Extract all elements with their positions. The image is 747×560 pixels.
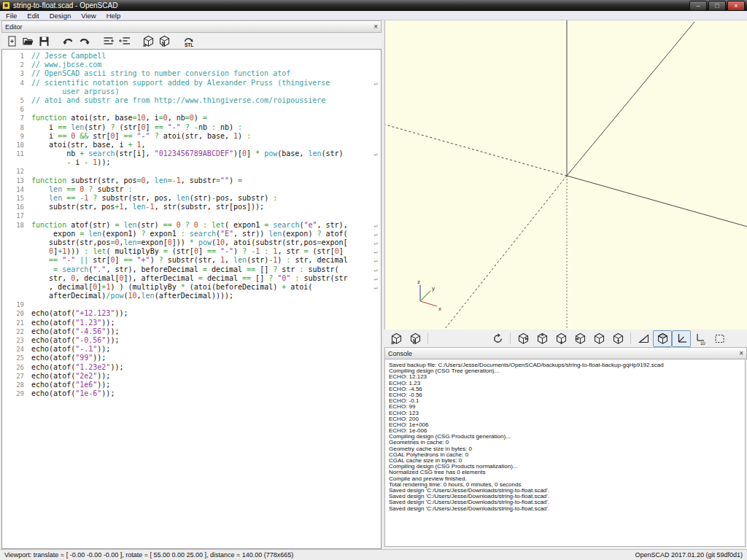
undo-button[interactable] [60, 34, 76, 48]
close-button[interactable]: × [727, 1, 745, 11]
view-center-button[interactable] [653, 330, 672, 347]
3d-viewport[interactable]: z y x [384, 20, 747, 330]
render-button[interactable] [156, 34, 172, 48]
toolbar-separator [510, 332, 511, 344]
view-right-button[interactable] [514, 330, 533, 347]
wrap-marker-icon: ↵ [374, 79, 378, 88]
menu-help[interactable]: Help [101, 12, 126, 20]
menu-file[interactable]: File [0, 12, 22, 20]
menu-design[interactable]: Design [44, 12, 77, 20]
indent-icon [102, 35, 115, 47]
console-close-icon[interactable]: × [739, 350, 743, 357]
axis-label-z: z [417, 279, 420, 285]
code-line-10: 10 atoi(str, base, i + 1, [2, 141, 381, 149]
editor-dock-titlebar[interactable]: Editor × [1, 20, 382, 33]
undo-icon [62, 35, 74, 47]
line-number: 26 [2, 363, 24, 372]
open-button[interactable] [20, 34, 36, 48]
code-line-25: 25echo(atof("99")); [2, 354, 381, 362]
line-number: 9 [2, 132, 24, 141]
redo-button[interactable] [76, 34, 92, 48]
line-number: 27 [2, 372, 24, 381]
minimize-button[interactable]: – [689, 1, 707, 11]
svg-text:»: » [142, 41, 147, 47]
unindent-button[interactable] [116, 34, 132, 48]
code-line-2: 2// www.jbcse.com [2, 61, 381, 69]
title-bar[interactable]: string-to-float.scad - OpenSCAD – □ × [0, 0, 747, 11]
code-line-6: 6 [2, 105, 381, 114]
render-button[interactable] [406, 330, 425, 347]
line-number: 25 [2, 354, 24, 362]
code-line-13: 13function substr(str, pos=0, len=-1, su… [2, 176, 381, 185]
view-diagonal-button[interactable] [634, 330, 653, 347]
code-line-26: 26echo(atof("1.23e2")); [2, 363, 381, 372]
wrap-marker-icon: ↵ [374, 230, 378, 238]
line-number: 13 [2, 176, 24, 185]
code-line-5: 5// atoi and substr are from http://www.… [2, 96, 381, 105]
view-left-button[interactable] [570, 330, 589, 347]
export-stl-button[interactable]: STL [180, 34, 196, 48]
reset-view-button[interactable] [488, 330, 507, 347]
zoom-out-button[interactable] [469, 330, 488, 347]
code-line-wrap: user arpruss) [2, 88, 381, 96]
save-button[interactable] [36, 34, 52, 48]
orthogonal-view-button[interactable] [710, 330, 729, 347]
editor-close-icon[interactable]: × [374, 23, 378, 31]
code-line-9: 9 i == 0 && str[0] == "-" ? atoi(str, ba… [2, 132, 381, 141]
code-editor[interactable]: 1// Jesse Campbell2// www.jbcse.com3// O… [1, 49, 382, 549]
preview-button[interactable]: » [140, 34, 156, 48]
wrap-marker-icon: ↵ [374, 247, 378, 256]
cubeback-icon [612, 332, 624, 345]
wrap-marker-icon: ↵ [374, 256, 378, 265]
unindent-icon [118, 35, 131, 47]
line-number: 6 [2, 105, 24, 114]
preview-button[interactable]: » [387, 330, 406, 347]
show-axes-button[interactable] [672, 330, 691, 347]
wrap-marker-icon: ↵ [374, 283, 378, 292]
line-number: 8 [2, 123, 24, 132]
new-icon [6, 35, 18, 47]
code-line-17: 17 [2, 211, 381, 220]
code-line-wrap: - i - 1)); [2, 158, 381, 167]
redo-icon [78, 35, 90, 47]
show-scale-markers-button[interactable]: 10 [691, 330, 710, 347]
line-number: 12 [2, 167, 24, 176]
zoom-all-button[interactable] [431, 330, 450, 347]
code-line-19: 19 [2, 300, 381, 309]
menu-edit[interactable]: Edit [22, 12, 44, 20]
wrap-marker-icon: ↵ [374, 265, 378, 274]
console-dock-titlebar[interactable]: Console × [384, 347, 747, 359]
view-top-button[interactable] [533, 330, 551, 347]
editor-toolbar: »STL [1, 33, 382, 49]
wrap-marker-icon: ↵ [374, 238, 378, 247]
previewcube-icon: » [390, 332, 403, 345]
editor-dock: Editor × »STL 1// Jesse Campbell2// www.… [1, 20, 382, 549]
indent-button[interactable] [100, 34, 116, 48]
code-line-27: 27echo(atof("2e2")); [2, 372, 381, 381]
menu-view[interactable]: View [76, 12, 101, 20]
view-bottom-button[interactable] [551, 330, 570, 347]
view-back-button[interactable] [608, 330, 627, 347]
cubesolid-icon [657, 332, 669, 345]
line-number: 24 [2, 345, 24, 354]
code-line-15: 15 len == -1 ? substr(str, pos, len(str)… [2, 194, 381, 203]
code-line-3: 3// OpenSCAD ascii string to number conv… [2, 69, 381, 78]
save-icon [38, 35, 50, 47]
console-output[interactable]: Saved backup file: C:/Users/Jesse/Docume… [384, 359, 746, 547]
console-line: ECHO: 123 [389, 411, 745, 416]
code-line-wrap: substr(str,pos=0,len=expon[0])) * pow(10… [2, 238, 381, 247]
code-line-wrap: afterDecimal)/pow(10,len(afterDecimal)))… [2, 292, 381, 300]
svg-text:10: 10 [700, 341, 705, 345]
viewport-axes: z y x [385, 20, 747, 330]
code-line-wrap: expon = len(expon1) ? expon1 : search("E… [2, 230, 381, 238]
zoom-in-button[interactable] [450, 330, 469, 347]
new-button[interactable] [4, 34, 20, 48]
view-front-button[interactable] [589, 330, 608, 347]
line-number: 21 [2, 319, 24, 327]
wedge-icon [638, 332, 650, 345]
wrap-marker-icon: ↵ [374, 274, 378, 283]
menu-bar: FileEditDesignViewHelp [0, 11, 747, 20]
cubeb-icon [555, 332, 568, 345]
status-bar: Viewport: translate = [ -0.00 -0.00 -0.0… [0, 549, 747, 560]
maximize-button[interactable]: □ [708, 1, 726, 11]
